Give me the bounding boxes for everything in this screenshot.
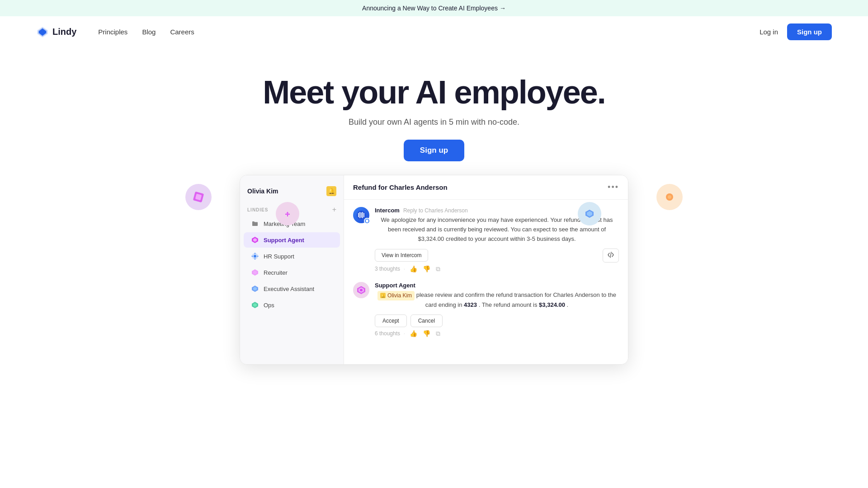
sidebar-user-name: Olivia Kim — [247, 188, 278, 195]
floating-icon-orange-right — [656, 184, 683, 210]
svg-rect-15 — [363, 213, 364, 217]
user-badge-icon: 🔔 — [326, 186, 336, 196]
diamond-blue-icon — [251, 285, 259, 293]
support-agent-message-header: Support Agent — [375, 282, 619, 289]
hero-cta-button[interactable]: Sign up — [404, 140, 464, 161]
sidebar-label-recruiter: Recruiter — [264, 269, 288, 276]
sidebar-add-button[interactable]: + — [332, 206, 336, 213]
svg-rect-14 — [362, 212, 363, 218]
support-thoughts-row: 6 thoughts · 👍 👎 ⧉ — [375, 330, 619, 338]
thread-header: Refund for Charles Anderson ••• — [344, 175, 628, 200]
folder-icon — [251, 220, 259, 228]
logo-link[interactable]: Lindy — [36, 26, 76, 38]
hero-heading: Meet your AI employee. — [9, 75, 859, 110]
cancel-button[interactable]: Cancel — [410, 314, 443, 327]
mention-badge: 🔔 Olivia Kim — [377, 291, 415, 300]
support-thoughts-count: 6 thoughts — [375, 330, 400, 337]
sidebar-label-hr: HR Support — [264, 253, 294, 260]
nav-actions: Log in Sign up — [760, 23, 832, 40]
support-avatar-wrap — [353, 282, 369, 298]
support-agent-message-body: Support Agent 🔔 Olivia Kim please review… — [375, 282, 619, 338]
sidebar-item-executive-assistant[interactable]: Executive Assistant — [244, 281, 340, 296]
card-number: 4323 — [464, 301, 477, 308]
thought-thumbs-up[interactable]: 👍 — [409, 265, 418, 272]
svg-rect-11 — [358, 213, 359, 217]
view-in-intercom-button[interactable]: View in Intercom — [375, 249, 428, 262]
support-thumbs-up[interactable]: 👍 — [409, 330, 418, 337]
nav-principles[interactable]: Principles — [98, 28, 127, 36]
support-action-buttons: Accept Cancel — [375, 314, 619, 327]
logo-text: Lindy — [52, 27, 76, 37]
navbar: Lindy Principles Blog Careers Log in Sig… — [0, 16, 868, 47]
intercom-badge — [364, 218, 370, 224]
intercom-thoughts-count: 3 thoughts — [375, 266, 400, 272]
announcement-text: Announcing a New Way to Create AI Employ… — [362, 5, 498, 12]
refund-amount: $3,324.00 — [539, 301, 565, 308]
gear-blue-icon — [251, 252, 259, 260]
intercom-sub: Reply to Charles Anderson — [403, 207, 468, 214]
sidebar-item-recruiter[interactable]: Recruiter — [244, 265, 340, 280]
svg-rect-3 — [286, 212, 289, 215]
diamond-pink-icon — [251, 236, 259, 244]
sidebar-label-ops: Ops — [264, 302, 274, 309]
support-agent-sender: Support Agent — [375, 282, 415, 289]
diamond-pink2-icon — [251, 268, 259, 277]
thought-copy[interactable]: ⧉ — [435, 265, 441, 273]
nav-blog[interactable]: Blog — [142, 28, 156, 36]
svg-rect-13 — [361, 212, 362, 218]
support-copy[interactable]: ⧉ — [435, 330, 441, 338]
hero-subtext: Build your own AI agents in 5 min with n… — [9, 117, 859, 127]
sidebar-item-hr-support[interactable]: HR Support — [244, 249, 340, 264]
sidebar-label-support: Support Agent — [264, 237, 304, 244]
message-support-agent: Support Agent 🔔 Olivia Kim please review… — [353, 282, 619, 338]
login-button[interactable]: Log in — [760, 28, 778, 36]
svg-point-6 — [668, 195, 671, 199]
svg-rect-12 — [359, 212, 360, 218]
support-text-end: . — [567, 301, 569, 308]
sidebar-item-support-agent[interactable]: Support Agent — [244, 232, 340, 248]
lindy-logo-icon — [36, 26, 49, 38]
announcement-bar[interactable]: Announcing a New Way to Create AI Employ… — [0, 0, 868, 16]
support-text-after2: . The refund amount is — [479, 301, 539, 308]
floating-icon-pink-center — [276, 202, 299, 225]
floating-icon-blue-right — [578, 202, 601, 225]
sidebar-label-exec: Executive Assistant — [264, 286, 314, 292]
accept-button[interactable]: Accept — [375, 314, 407, 327]
intercom-message-actions: View in Intercom — [375, 249, 619, 263]
code-button[interactable] — [603, 249, 619, 263]
svg-point-9 — [254, 255, 256, 258]
sidebar-item-ops[interactable]: Ops — [244, 297, 340, 313]
nav-careers[interactable]: Careers — [170, 28, 194, 36]
demo-area: Olivia Kim 🔔 LINDIES + Marketing Team — [240, 175, 628, 365]
signup-nav-button[interactable]: Sign up — [787, 23, 832, 40]
intercom-sender: Intercom — [375, 207, 400, 214]
announcement-arrow: → — [500, 5, 506, 12]
support-agent-avatar — [353, 282, 369, 298]
support-agent-message-text: 🔔 Olivia Kim please review and confirm t… — [375, 291, 619, 310]
floating-icon-pink-left — [185, 184, 212, 210]
diamond-green-icon — [251, 301, 259, 309]
intercom-thoughts-row: 3 thoughts · 👍 👎 ⧉ — [375, 265, 619, 273]
nav-links: Principles Blog Careers — [98, 28, 760, 36]
mention-icon: 🔔 — [380, 293, 386, 298]
thought-thumbs-down[interactable]: 👎 — [422, 265, 431, 272]
sidebar-user: Olivia Kim 🔔 — [240, 183, 344, 203]
app-window: Olivia Kim 🔔 LINDIES + Marketing Team — [240, 175, 628, 365]
thread-more-button[interactable]: ••• — [608, 183, 619, 192]
announcement-link[interactable]: Announcing a New Way to Create AI Employ… — [362, 5, 506, 12]
hero-section: Meet your AI employee. Build your own AI… — [0, 47, 868, 374]
thread-title: Refund for Charles Anderson — [353, 183, 448, 191]
support-thumbs-down[interactable]: 👎 — [422, 330, 431, 337]
intercom-avatar-wrap — [353, 207, 369, 223]
